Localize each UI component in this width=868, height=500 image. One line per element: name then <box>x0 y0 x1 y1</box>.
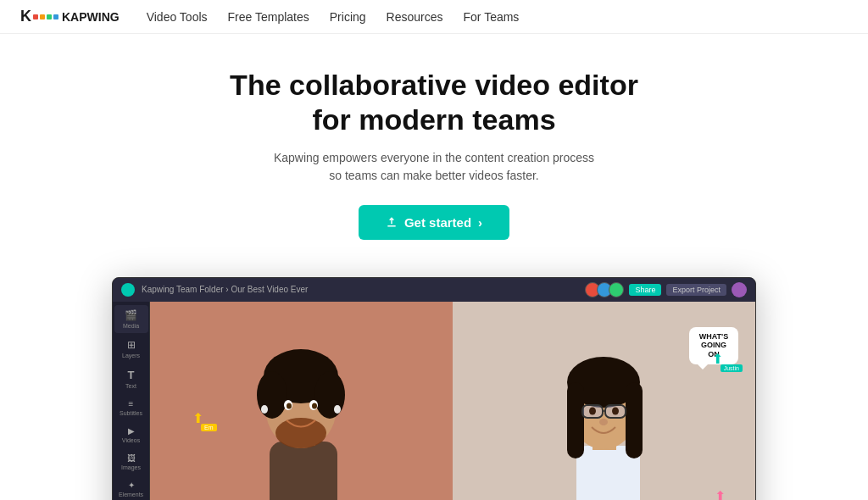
hero-subtext: Kapwing empowers everyone in the content… <box>273 149 595 185</box>
hero-headline-line2: for modern teams <box>312 103 555 136</box>
hero-headline: The collaborative video editor for moder… <box>17 68 851 137</box>
sidebar-tool-elements[interactable]: ✦ Elements <box>114 476 148 500</box>
sidebar-tool-subtitles[interactable]: ≡ Subtitles <box>114 395 148 420</box>
videos-icon: ▶ <box>128 426 135 436</box>
editor-canvas: Jack ⬆ Em <box>150 302 755 500</box>
subtitles-icon: ≡ <box>129 399 134 408</box>
editor-sidebar: 🎬 Media ⊞ Layers T Text ≡ Subtitles ▶ <box>113 302 150 500</box>
editor-preview: Kapwing Team Folder › Our Best Video Eve… <box>112 277 756 500</box>
nav-link-resources[interactable]: Resources <box>387 10 443 24</box>
svg-point-24 <box>599 419 608 425</box>
avatar-group <box>588 282 624 297</box>
editor-topbar-left: Kapwing Team Folder › Our Best Video Eve… <box>121 283 308 297</box>
editor-topbar-right: Share Export Project <box>588 282 747 297</box>
images-label: Images <box>121 464 141 470</box>
sidebar-tool-layers[interactable]: ⊞ Layers <box>114 335 148 363</box>
jack-figure <box>150 302 453 500</box>
hero-headline-line1: The collaborative video editor <box>230 69 638 101</box>
editor-logo <box>121 283 135 297</box>
cta-label: Get started <box>404 215 471 230</box>
images-icon: 🖼 <box>127 453 136 463</box>
nav-link-pricing[interactable]: Pricing <box>330 10 366 24</box>
subtitles-label: Subtitles <box>120 410 142 416</box>
svg-rect-0 <box>270 442 337 500</box>
logo-colors <box>33 14 58 19</box>
editor-preview-wrapper: Kapwing Team Folder › Our Best Video Eve… <box>0 260 868 500</box>
layers-label: Layers <box>122 353 140 358</box>
speech-bubble-text: WHAT'S GOING ON <box>699 332 728 359</box>
nav-item-pricing[interactable]: Pricing <box>330 9 366 25</box>
elements-label: Elements <box>119 492 143 497</box>
media-icon: 🎬 <box>125 309 137 321</box>
svg-point-22 <box>589 407 596 414</box>
text-icon: T <box>128 369 135 381</box>
sidebar-tool-images[interactable]: 🖼 Images <box>114 449 148 475</box>
sidebar-tool-text[interactable]: T Text <box>114 364 148 393</box>
svg-point-10 <box>275 418 326 448</box>
nav-item-free-templates[interactable]: Free Templates <box>228 9 309 25</box>
svg-point-5 <box>314 371 345 419</box>
nav-item-for-teams[interactable]: For Teams <box>464 9 520 25</box>
logo-brand: KAPWING <box>62 10 120 24</box>
svg-rect-18 <box>626 382 643 458</box>
export-button[interactable]: Export Project <box>666 284 726 296</box>
nav-links: Video Tools Free Templates Pricing Resou… <box>147 9 520 25</box>
media-label: Media <box>123 323 139 329</box>
layers-icon: ⊞ <box>127 339 136 351</box>
nav-item-video-tools[interactable]: Video Tools <box>147 9 208 25</box>
nav-link-for-teams[interactable]: For Teams <box>464 10 520 24</box>
nav-link-free-templates[interactable]: Free Templates <box>228 10 309 24</box>
logo-text: K <box>20 8 31 25</box>
svg-point-4 <box>257 371 287 419</box>
sidebar-tool-media[interactable]: 🎬 Media <box>114 305 148 333</box>
editor-title: Kapwing Team Folder › Our Best Video Eve… <box>142 285 308 294</box>
svg-point-11 <box>334 405 341 414</box>
videos-label: Videos <box>122 437 140 443</box>
cta-button[interactable]: Get started › <box>359 205 509 240</box>
nav-link-video-tools[interactable]: Video Tools <box>147 10 208 24</box>
editor-topbar: Kapwing Team Folder › Our Best Video Eve… <box>113 278 755 302</box>
speech-bubble: WHAT'S GOING ON <box>689 327 738 364</box>
editor-body: 🎬 Media ⊞ Layers T Text ≡ Subtitles ▶ <box>113 302 755 500</box>
user-avatar <box>732 282 747 297</box>
svg-point-9 <box>312 403 317 408</box>
avatar-3 <box>609 282 624 297</box>
text-label: Text <box>125 383 136 389</box>
hero-section: The collaborative video editor for moder… <box>0 34 868 260</box>
nav-item-resources[interactable]: Resources <box>387 9 443 25</box>
video-panel-jack: Jack ⬆ Em <box>150 302 453 500</box>
svg-rect-17 <box>567 382 584 458</box>
logo[interactable]: K KAPWING <box>20 8 120 25</box>
svg-point-12 <box>261 405 268 414</box>
upload-icon <box>386 216 398 228</box>
elements-icon: ✦ <box>128 481 135 490</box>
video-panel-grace: Grace WHAT'S GOING ON ⬆ Justin ⬆ <box>453 302 755 500</box>
sidebar-tool-videos[interactable]: ▶ Videos <box>114 422 148 447</box>
svg-point-23 <box>612 407 619 414</box>
share-button[interactable]: Share <box>629 284 661 296</box>
cta-arrow: › <box>478 215 482 230</box>
navbar: K KAPWING Video Tools Free Templates Pri… <box>0 0 868 34</box>
svg-point-8 <box>287 403 292 408</box>
video-panels: Jack ⬆ Em <box>150 302 755 500</box>
